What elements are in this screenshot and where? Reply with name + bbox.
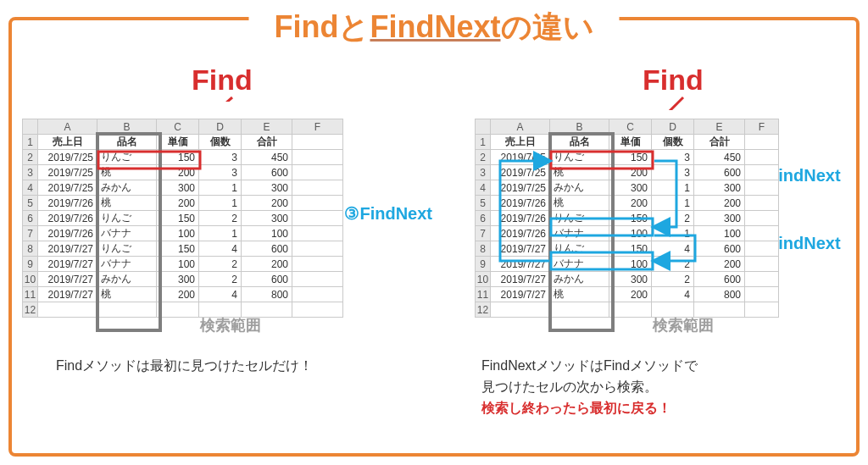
hdr-qty: 個数 [199,135,242,150]
col-E: E [242,119,292,135]
label-search-range-left: 検索範囲 [200,315,261,335]
caption-right-c: 検索し終わったら最初に戻る！ [481,401,671,415]
col-A: A [38,119,97,135]
diagram-stage: FindとFindNextの違い Find A B C D E F 1 売上日 … [0,0,868,465]
label-find-left: Find [192,64,253,97]
title-prefix: Findと [275,9,370,44]
excel-table-left: A B C D E F 1 売上日 品名 単価 個数 合計 22019/7/25… [22,119,343,318]
excel-grid-right: A B C D E F 1売上日品名単価個数合計 22019/7/25りんご15… [475,119,779,318]
caption-right: FindNextメソッドはFindメソッドで 見つけたセルの次から検索。 検索し… [481,356,698,418]
excel-grid-left: A B C D E F 1 売上日 品名 単価 個数 合計 22019/7/25… [22,119,343,318]
col-F: F [292,119,343,135]
excel-table-right: A B C D E F 1売上日品名単価個数合計 22019/7/25りんご15… [475,119,779,318]
caption-left: Findメソッドは最初に見つけたセルだけ！ [56,356,313,377]
hdr-date: 売上日 [38,135,97,150]
caption-right-b: 見つけたセルの次から検索。 [481,379,658,394]
label-search-range-right: 検索範囲 [653,315,714,335]
label-find-right: Find [643,64,704,97]
hdr-name: 品名 [97,135,157,150]
title-underlined: FindNext [370,9,500,44]
caption-right-a: FindNextメソッドはFindメソッドで [481,358,698,373]
title-suffix: の違い [501,9,594,44]
col-D: D [199,119,242,135]
col-C: C [157,119,199,135]
title: FindとFindNextの違い [249,7,620,48]
hdr-total: 合計 [242,135,292,150]
hdr-price: 単価 [157,135,199,150]
label-fn3: ③FindNext [344,203,432,224]
col-B: B [97,119,157,135]
